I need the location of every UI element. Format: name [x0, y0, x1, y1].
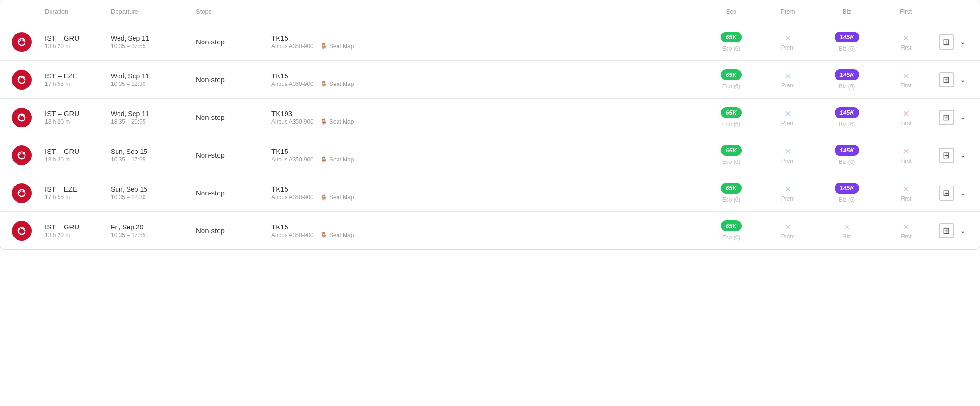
route-text: IST – EZE [45, 185, 103, 193]
table-header: Duration Departure Stops Eco Prem Biz Fi… [0, 0, 980, 23]
airline-logo-col [8, 219, 41, 243]
actions-col: ⊞ ⌄ [934, 108, 972, 127]
seat-map-link[interactable]: Seat Map [329, 118, 354, 125]
dot-separator: · [316, 43, 318, 50]
svg-point-19 [23, 190, 25, 192]
seat-icon: 🪑 [321, 232, 328, 238]
aircraft-info: Airbus A350-900 · 🪑 Seat Map [271, 43, 699, 50]
expand-button[interactable]: ⌄ [958, 35, 968, 48]
route-col: IST – GRU 13 h 20 m [41, 108, 107, 127]
flight-details-col: TK15 Airbus A350-900 · 🪑 Seat Map [268, 221, 703, 240]
expand-button[interactable]: ⌄ [958, 149, 968, 161]
airline-logo-col [8, 181, 41, 205]
header-duration: Duration [41, 6, 107, 17]
biz-price-badge[interactable]: 145K [835, 145, 859, 156]
actions-col: ⊞ ⌄ [934, 221, 972, 240]
departure-date: Wed, Sep 11 [111, 34, 188, 42]
biz-col: 145K Biz (6) [816, 30, 878, 54]
seat-icon: 🪑 [321, 194, 328, 201]
biz-price-badge[interactable]: 145K [835, 107, 859, 118]
first-unavailable-icon: ✕ [903, 146, 910, 157]
seat-map-link[interactable]: Seat Map [329, 156, 354, 163]
prem-col: ✕ Prem [760, 31, 816, 53]
prem-unavailable-icon: ✕ [785, 146, 792, 157]
actions-col: ⊞ ⌄ [934, 184, 972, 203]
eco-label: Eco (6) [722, 234, 741, 241]
svg-point-11 [23, 115, 25, 117]
actions-col: ⊞ ⌄ [934, 70, 972, 89]
stops-col: Non-stop [192, 225, 268, 237]
dot-separator: · [316, 194, 318, 201]
add-button[interactable]: ⊞ [939, 186, 954, 201]
biz-price-badge[interactable]: 145K [835, 32, 859, 42]
flights-list: IST – GRU 13 h 20 m Wed, Sep 11 10:35 – … [0, 23, 980, 249]
seat-map-link[interactable]: Seat Map [329, 232, 354, 238]
route-col: IST – EZE 17 h 55 m [41, 183, 107, 203]
airline-logo [12, 108, 32, 127]
eco-price-badge[interactable]: 65K [721, 145, 742, 156]
biz-label: Biz [843, 233, 851, 240]
seat-icon: 🪑 [321, 118, 328, 125]
first-label: First [900, 233, 911, 240]
airline-logo-col [8, 68, 41, 92]
biz-price-badge[interactable]: 145K [835, 69, 859, 80]
add-button[interactable]: ⊞ [939, 34, 954, 50]
stops-col: Non-stop [192, 187, 268, 199]
airline-logo [12, 145, 32, 165]
first-col: ✕ First [878, 69, 934, 91]
table-row: IST – GRU 13 h 20 m Sun, Sep 15 10:35 – … [0, 136, 980, 174]
expand-button[interactable]: ⌄ [958, 73, 968, 86]
biz-label: Biz (6) [839, 159, 855, 165]
stops-col: Non-stop [192, 111, 268, 123]
expand-button[interactable]: ⌄ [958, 186, 968, 199]
add-button[interactable]: ⊞ [939, 223, 954, 238]
eco-col: 65K Eco (6) [703, 30, 760, 54]
eco-price-badge[interactable]: 65K [721, 183, 742, 194]
add-button[interactable]: ⊞ [939, 148, 954, 163]
turkish-airlines-icon [15, 73, 29, 87]
seat-map-link[interactable]: Seat Map [329, 194, 354, 201]
aircraft-info: Airbus A350-900 · 🪑 Seat Map [271, 194, 699, 201]
eco-price-badge[interactable]: 65K [721, 107, 742, 118]
departure-time: 13:35 – 20:55 [111, 118, 188, 125]
table-row: IST – GRU 13 h 20 m Wed, Sep 11 13:35 – … [0, 99, 980, 136]
first-unavailable-icon: ✕ [903, 222, 910, 232]
dot-separator: · [316, 156, 318, 163]
route-text: IST – GRU [45, 147, 103, 155]
eco-price-badge[interactable]: 65K [721, 32, 742, 42]
svg-point-3 [23, 39, 25, 41]
expand-button[interactable]: ⌄ [958, 111, 968, 124]
departure-time: 10:35 – 17:55 [111, 43, 188, 50]
first-label: First [900, 82, 911, 89]
eco-label: Eco (6) [722, 159, 741, 165]
table-row: IST – EZE 17 h 55 m Sun, Sep 15 10:35 – … [0, 174, 980, 212]
flight-number: TK15 [271, 185, 699, 193]
airline-logo-col [8, 106, 41, 129]
biz-unavailable-icon: ✕ [844, 222, 851, 232]
header-prem: Prem [760, 6, 816, 17]
route-col: IST – GRU 13 h 20 m [41, 221, 107, 240]
header-logo [8, 6, 41, 17]
actions-col: ⊞ ⌄ [934, 33, 972, 51]
expand-button[interactable]: ⌄ [958, 224, 968, 237]
biz-price-badge[interactable]: 145K [835, 183, 859, 194]
flights-table: Duration Departure Stops Eco Prem Biz Fi… [0, 0, 980, 250]
add-button[interactable]: ⊞ [939, 72, 954, 87]
eco-label: Eco (6) [722, 83, 741, 90]
prem-label: Prem [781, 195, 795, 202]
seat-map-link[interactable]: Seat Map [329, 43, 354, 50]
first-col: ✕ First [878, 182, 934, 204]
seat-map-link[interactable]: Seat Map [329, 81, 354, 87]
add-button[interactable]: ⊞ [939, 110, 954, 125]
seat-icon: 🪑 [321, 81, 328, 87]
route-text: IST – GRU [45, 34, 103, 42]
eco-price-badge[interactable]: 65K [721, 69, 742, 80]
eco-col: 65K Eco (6) [703, 105, 760, 129]
eco-price-badge[interactable]: 65K [721, 220, 742, 231]
dot-separator: · [316, 118, 318, 125]
departure-date: Sun, Sep 15 [111, 148, 188, 155]
airline-logo [12, 32, 32, 52]
table-row: IST – GRU 13 h 20 m Fri, Sep 20 10:35 – … [0, 212, 980, 249]
prem-col: ✕ Prem [760, 182, 816, 204]
aircraft-info: Airbus A350-900 · 🪑 Seat Map [271, 118, 699, 125]
